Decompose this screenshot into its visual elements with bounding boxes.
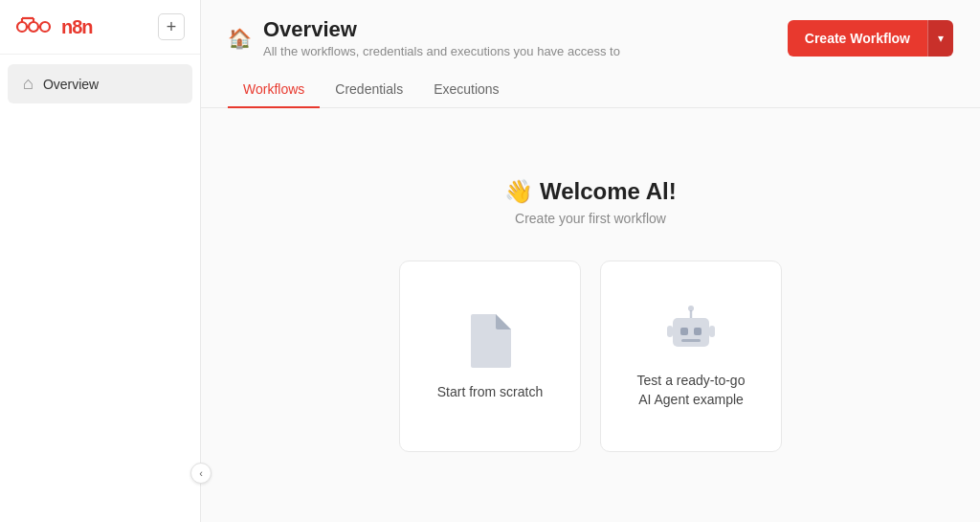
tabs-bar: Workflows Credentials Executions	[201, 72, 980, 108]
svg-rect-15	[709, 326, 715, 337]
welcome-subtitle: Create your first workflow	[515, 211, 666, 226]
dropdown-chevron-icon: ▾	[938, 32, 944, 45]
create-workflow-dropdown-button[interactable]: ▾	[927, 20, 953, 57]
ai-agent-card[interactable]: Test a ready-to-go AI Agent example	[600, 261, 782, 452]
svg-point-0	[17, 22, 27, 32]
svg-point-1	[29, 22, 38, 32]
svg-rect-10	[694, 328, 702, 335]
svg-point-13	[688, 306, 694, 311]
start-from-scratch-label: Start from scratch	[437, 383, 543, 402]
svg-rect-11	[681, 339, 701, 342]
svg-rect-9	[680, 328, 688, 335]
tab-executions[interactable]: Executions	[418, 72, 514, 108]
welcome-emoji: 👋	[504, 178, 533, 204]
sidebar-nav: ⌂ Overview	[0, 55, 200, 113]
ai-agent-label: Test a ready-to-go AI Agent example	[637, 372, 746, 409]
svg-rect-8	[673, 318, 709, 347]
welcome-heading: 👋 Welcome Al!	[504, 178, 676, 205]
header-title-block: Overview All the workflows, credentials …	[263, 17, 620, 58]
tab-credentials[interactable]: Credentials	[320, 72, 418, 108]
main-content: 🏠 Overview All the workflows, credential…	[201, 0, 980, 522]
sidebar-item-overview[interactable]: ⌂ Overview	[8, 64, 192, 103]
tab-workflows[interactable]: Workflows	[228, 72, 320, 108]
n8n-logo	[15, 13, 52, 40]
main-content-area: 👋 Welcome Al! Create your first workflow…	[201, 108, 980, 522]
header-home-icon: 🏠	[228, 27, 252, 50]
file-icon	[465, 310, 515, 370]
header: 🏠 Overview All the workflows, credential…	[201, 0, 980, 72]
home-icon: ⌂	[23, 74, 33, 94]
sidebar: n8n + ⌂ Overview ‹	[0, 0, 201, 522]
page-subtitle: All the workflows, credentials and execu…	[263, 44, 620, 58]
n8n-logo-text: n8n	[61, 16, 93, 38]
page-title: Overview	[263, 17, 620, 42]
sidebar-collapse-button[interactable]: ‹	[190, 463, 212, 484]
svg-rect-14	[667, 326, 673, 337]
welcome-text: Welcome Al!	[540, 178, 677, 204]
robot-icon	[663, 303, 719, 358]
header-left: 🏠 Overview All the workflows, credential…	[228, 17, 620, 58]
sidebar-logo-area: n8n +	[0, 0, 200, 55]
add-button[interactable]: +	[158, 13, 185, 40]
header-actions: Create Workflow ▾	[788, 20, 953, 57]
create-workflow-button[interactable]: Create Workflow	[788, 20, 927, 57]
sidebar-item-overview-label: Overview	[43, 77, 99, 92]
svg-point-2	[40, 22, 50, 32]
workflow-cards: Start from scratch	[399, 261, 782, 452]
start-from-scratch-card[interactable]: Start from scratch	[399, 261, 581, 452]
